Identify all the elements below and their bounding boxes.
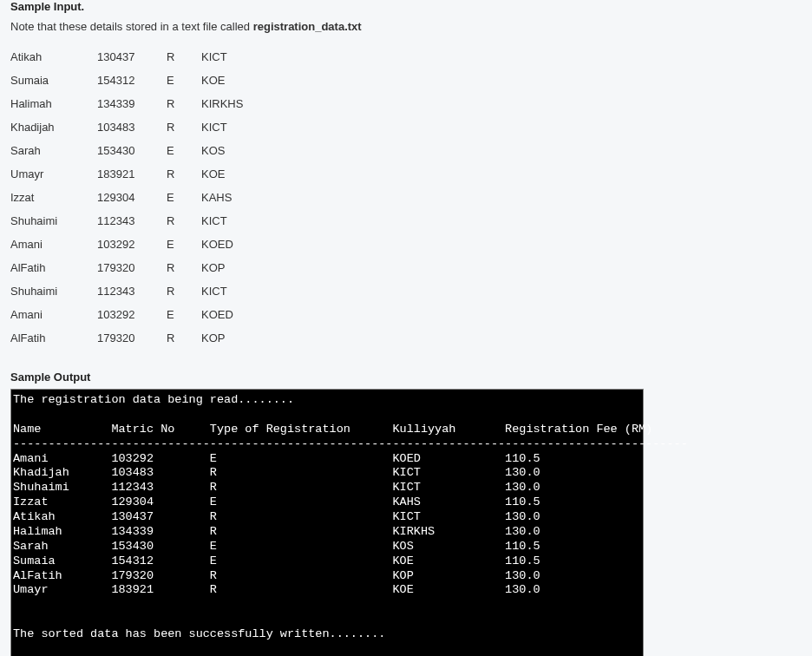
cell-type: R xyxy=(167,115,201,139)
cell-name: Amani xyxy=(10,303,97,326)
cell-kull: KICT xyxy=(201,279,271,303)
cell-kull: KAHS xyxy=(201,186,271,209)
table-row: Amani103292EKOED xyxy=(10,233,271,256)
cell-kull: KICT xyxy=(201,115,271,139)
cell-matric: 103483 xyxy=(97,115,167,139)
cell-kull: KOE xyxy=(201,69,271,92)
note-filename: registration_data.txt xyxy=(253,20,362,33)
sample-output-heading: Sample Output xyxy=(10,371,802,384)
table-row: Umayr183921RKOE xyxy=(10,162,271,186)
cell-name: AlFatih xyxy=(10,326,97,350)
table-row: Shuhaimi112343RKICT xyxy=(10,279,271,303)
table-row: AlFatih179320RKOP xyxy=(10,326,271,350)
cell-type: R xyxy=(167,92,201,115)
cell-kull: KICT xyxy=(201,209,271,233)
cell-kull: KICT xyxy=(201,45,271,69)
cell-kull: KOS xyxy=(201,139,271,162)
cell-matric: 183921 xyxy=(97,162,167,186)
sample-input-heading: Sample Input. xyxy=(10,0,802,13)
terminal-output: The registration data being read........… xyxy=(10,389,644,656)
cell-name: Halimah xyxy=(10,92,97,115)
cell-matric: 179320 xyxy=(97,256,167,279)
cell-kull: KOP xyxy=(201,256,271,279)
cell-name: Atikah xyxy=(10,45,97,69)
cell-matric: 112343 xyxy=(97,279,167,303)
table-row: Khadijah103483RKICT xyxy=(10,115,271,139)
table-row: Atikah130437RKICT xyxy=(10,45,271,69)
note-prefix: Note that these details stored in a text… xyxy=(10,20,253,33)
table-row: Amani103292EKOED xyxy=(10,303,271,326)
cell-name: Shuhaimi xyxy=(10,279,97,303)
cell-name: Khadijah xyxy=(10,115,97,139)
cell-name: AlFatih xyxy=(10,256,97,279)
cell-kull: KOE xyxy=(201,162,271,186)
cell-kull: KOP xyxy=(201,326,271,350)
cell-kull: KOED xyxy=(201,303,271,326)
cell-type: R xyxy=(167,45,201,69)
cell-matric: 179320 xyxy=(97,326,167,350)
note-line: Note that these details stored in a text… xyxy=(10,20,802,33)
cell-name: Shuhaimi xyxy=(10,209,97,233)
cell-type: E xyxy=(167,186,201,209)
cell-type: E xyxy=(167,233,201,256)
cell-type: R xyxy=(167,256,201,279)
cell-name: Izzat xyxy=(10,186,97,209)
cell-matric: 130437 xyxy=(97,45,167,69)
cell-matric: 103292 xyxy=(97,233,167,256)
cell-name: Sumaia xyxy=(10,69,97,92)
cell-matric: 154312 xyxy=(97,69,167,92)
cell-matric: 153430 xyxy=(97,139,167,162)
cell-matric: 129304 xyxy=(97,186,167,209)
document-content: Sample Input. Note that these details st… xyxy=(0,0,812,656)
cell-type: E xyxy=(167,303,201,326)
cell-kull: KIRKHS xyxy=(201,92,271,115)
cell-kull: KOED xyxy=(201,233,271,256)
cell-type: R xyxy=(167,162,201,186)
table-row: Sumaia154312EKOE xyxy=(10,69,271,92)
cell-type: E xyxy=(167,139,201,162)
cell-type: R xyxy=(167,279,201,303)
table-row: Shuhaimi112343RKICT xyxy=(10,209,271,233)
cell-name: Umayr xyxy=(10,162,97,186)
cell-type: E xyxy=(167,69,201,92)
cell-type: R xyxy=(167,326,201,350)
cell-type: R xyxy=(167,209,201,233)
cell-matric: 103292 xyxy=(97,303,167,326)
table-row: Izzat129304EKAHS xyxy=(10,186,271,209)
table-row: Halimah134339RKIRKHS xyxy=(10,92,271,115)
cell-name: Amani xyxy=(10,233,97,256)
table-row: Sarah153430EKOS xyxy=(10,139,271,162)
input-table: Atikah130437RKICTSumaia154312EKOEHalimah… xyxy=(10,45,271,350)
cell-name: Sarah xyxy=(10,139,97,162)
table-row: AlFatih179320RKOP xyxy=(10,256,271,279)
cell-matric: 112343 xyxy=(97,209,167,233)
cell-matric: 134339 xyxy=(97,92,167,115)
